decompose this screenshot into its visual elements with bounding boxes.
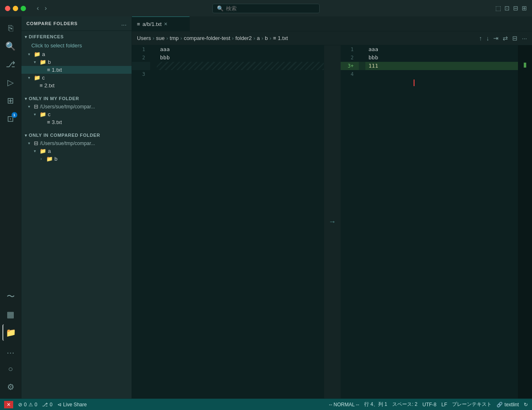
status-position[interactable]: 行 4、列 1 xyxy=(364,401,387,408)
tab-close-button[interactable]: × xyxy=(164,21,167,27)
swap-sides-icon[interactable]: ⇄ xyxy=(503,35,508,42)
editor-area: ≡ a/b/1.txt × Users › sue › tmp › compar… xyxy=(132,16,532,398)
activity-remote[interactable]: ⊞ xyxy=(2,92,19,109)
maximize-button[interactable] xyxy=(21,6,26,11)
status-branch[interactable]: ⎇ 0 xyxy=(42,402,52,408)
titlebar: ‹ › 🔍 ⬚ ⊡ ⊟ ⊞ xyxy=(0,0,532,16)
folder-cmp-a-icon: 📁 xyxy=(40,148,46,154)
navigate-next-icon[interactable]: ↓ xyxy=(486,35,490,42)
source-control-icon: ⎇ xyxy=(6,59,15,69)
diff-line-right-4: 4 xyxy=(341,70,518,95)
tree-item-cmp-a[interactable]: ▾ 📁 a xyxy=(21,147,132,155)
activity-folder[interactable]: 📁 xyxy=(2,324,19,341)
live-share-label: Live Share xyxy=(63,402,87,408)
status-language[interactable]: プレーンテキスト xyxy=(452,401,492,408)
status-plugin[interactable]: 🔗 textlint xyxy=(497,402,519,408)
split-editor-icon[interactable]: ⊟ xyxy=(512,35,518,42)
diff-line-right-added: 3+ 111 xyxy=(341,62,518,70)
branch-count: 0 xyxy=(49,402,52,408)
section-differences[interactable]: ▾ DIFFERENCES xyxy=(21,33,132,41)
tree-label-a: a xyxy=(42,51,45,57)
tree-item-my-c[interactable]: ▾ 📁 c xyxy=(21,110,132,118)
status-mode[interactable]: -- NORMAL -- xyxy=(329,402,359,408)
activity-search[interactable]: 🔍 xyxy=(2,38,19,54)
search-input[interactable] xyxy=(226,5,300,12)
folder-b-icon: 📁 xyxy=(40,59,46,65)
chevron-cmp-b-icon: › xyxy=(40,157,45,161)
activity-wifi[interactable]: 〜 xyxy=(2,288,19,305)
breadcrumb-users[interactable]: Users xyxy=(137,35,151,41)
tab-bar: ≡ a/b/1.txt × xyxy=(132,16,532,31)
status-line-ending[interactable]: LF xyxy=(441,402,447,408)
tree-item-c[interactable]: ▾ 📁 c xyxy=(21,74,132,82)
tree-item-cmp-path[interactable]: ▾ ⊟ /Users/sue/tmp/compar... xyxy=(21,139,132,147)
tree-label-b: b xyxy=(48,59,51,65)
language-label: プレーンテキスト xyxy=(452,401,492,408)
calendar-icon: ▦ xyxy=(7,309,14,319)
tree-label-c: c xyxy=(42,75,45,81)
tree-item-a[interactable]: ▾ 📁 a xyxy=(21,50,132,58)
activity-source-control[interactable]: ⎇ xyxy=(2,56,19,73)
tree-item-1txt[interactable]: ≡ 1.txt xyxy=(21,66,132,74)
tree-item-my-path[interactable]: ▾ ⊟ /Users/sue/tmp/compar... xyxy=(21,103,132,110)
editor-more-icon[interactable]: ··· xyxy=(522,35,527,42)
breadcrumb-b[interactable]: b xyxy=(265,35,268,41)
tree-label-my-path: /Users/sue/tmp/compar... xyxy=(40,104,95,110)
status-errors[interactable]: ⊘ 0 ⚠ 0 xyxy=(18,402,37,408)
activity-more[interactable]: … xyxy=(2,342,19,359)
status-error-x[interactable]: ✕ xyxy=(4,401,13,408)
run-icon: ▷ xyxy=(7,77,14,87)
status-encoding[interactable]: UTF-8 xyxy=(422,402,436,408)
tree-item-cmp-b[interactable]: › 📁 b xyxy=(21,155,132,163)
tree-item-b[interactable]: ▾ 📁 b xyxy=(21,58,132,66)
line-prefix-l2 xyxy=(150,54,157,62)
navigate-prev-icon[interactable]: ↑ xyxy=(479,35,482,42)
activity-settings[interactable]: ⚙ xyxy=(2,379,19,395)
diff-content-right[interactable]: 1 aaa 2 bbb 3+ 111 xyxy=(341,45,518,398)
diff-content-left[interactable]: 1 aaa 2 bbb xyxy=(132,45,324,398)
nav-forward-button[interactable]: › xyxy=(42,4,49,13)
breadcrumb: Users › sue › tmp › compare-folder-test … xyxy=(137,35,288,41)
customize-layout-icon[interactable]: ⊞ xyxy=(522,5,527,12)
editor-layout-icon[interactable]: ⊡ xyxy=(504,5,510,12)
activity-calendar[interactable]: ▦ xyxy=(2,306,19,323)
status-refresh[interactable]: ↻ xyxy=(524,402,528,408)
error-count: 0 xyxy=(24,402,27,408)
breadcrumb-tmp[interactable]: tmp xyxy=(170,35,179,41)
breadcrumb-folder2[interactable]: folder2 xyxy=(235,35,252,41)
right-scrollbar[interactable] xyxy=(526,45,532,398)
nav-back-button[interactable]: ‹ xyxy=(34,4,41,13)
line-num-l2: 2 xyxy=(132,54,150,62)
breadcrumb-compare-folder-test[interactable]: compare-folder-test xyxy=(184,35,231,41)
split-editor-icon[interactable]: ⊟ xyxy=(513,5,518,12)
warning-icon: ⚠ xyxy=(28,402,33,408)
folder-c-icon: 📁 xyxy=(34,75,40,81)
section-only-compared-label: ONLY IN COMPARED FOLDER xyxy=(29,133,100,138)
tree-item-3txt[interactable]: ≡ 3.txt xyxy=(21,118,132,126)
line-prefix-l3 xyxy=(150,70,157,78)
close-button[interactable] xyxy=(5,6,10,11)
section-only-my[interactable]: ▾ ONLY IN MY FOLDER xyxy=(21,94,132,103)
click-to-select[interactable]: Click to select folders xyxy=(21,41,132,50)
activity-account[interactable]: ○ xyxy=(2,361,19,377)
breadcrumb-file[interactable]: ≡ 1.txt xyxy=(273,35,288,41)
activity-extensions[interactable]: ⊡ xyxy=(2,110,19,127)
tree-item-2txt[interactable]: ≡ 2.txt xyxy=(21,82,132,89)
section-only-compared[interactable]: ▾ ONLY IN COMPARED FOLDER xyxy=(21,131,132,139)
minimize-button[interactable] xyxy=(13,6,18,11)
status-bar: ✕ ⊘ 0 ⚠ 0 ⎇ 0 ⊲ Live Share -- NORMAL -- … xyxy=(0,398,532,410)
encoding-label: UTF-8 xyxy=(422,402,436,408)
status-spaces[interactable]: スペース: 2 xyxy=(392,401,417,408)
tab-1txt[interactable]: ≡ a/b/1.txt × xyxy=(132,16,190,31)
sidebar-more-button[interactable]: ... xyxy=(121,20,127,27)
sidebar-toggle-icon[interactable]: ⬚ xyxy=(495,5,501,12)
search-bar[interactable]: 🔍 xyxy=(212,4,320,13)
breadcrumb-a[interactable]: a xyxy=(257,35,260,41)
line-num-r2: 2 xyxy=(341,54,359,62)
status-live-share[interactable]: ⊲ Live Share xyxy=(57,402,87,408)
activity-explorer[interactable]: ⎘ xyxy=(2,20,19,36)
breadcrumb-sue[interactable]: sue xyxy=(156,35,165,41)
spaces-label: スペース: 2 xyxy=(392,401,417,408)
activity-run[interactable]: ▷ xyxy=(2,74,19,91)
toggle-inline-icon[interactable]: ⇥ xyxy=(493,35,499,42)
